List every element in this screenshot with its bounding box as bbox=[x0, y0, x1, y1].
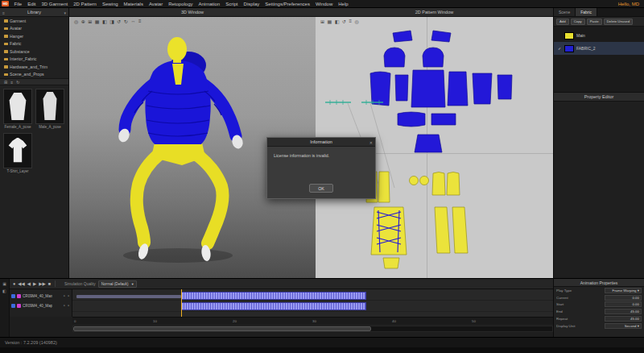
track-row-man[interactable]: CR09M4_40_Man ● ● bbox=[10, 291, 72, 301]
property-editor-header[interactable]: Property Editor bbox=[554, 93, 644, 102]
current-time-field[interactable]: 0.00 bbox=[605, 295, 642, 301]
viewport-3d-header[interactable]: 3D Window bbox=[69, 8, 316, 17]
refresh-icon[interactable]: ↻ bbox=[16, 80, 19, 85]
pattern-piece[interactable] bbox=[393, 31, 412, 42]
repeat-field[interactable]: 45.00 bbox=[605, 316, 642, 322]
pattern-list-icon[interactable]: ≡ bbox=[349, 19, 352, 24]
ok-button[interactable]: OK bbox=[309, 184, 333, 193]
dialog-titlebar[interactable]: Information ✕ bbox=[267, 138, 375, 147]
menu-item-2d-pattern[interactable]: 2D Pattern bbox=[71, 0, 100, 8]
play-button[interactable]: ▶ bbox=[33, 281, 36, 286]
track-toggle-dots[interactable]: ● ● bbox=[64, 304, 70, 307]
pattern-piece[interactable] bbox=[452, 207, 468, 253]
menu-item-window[interactable]: Window bbox=[312, 0, 335, 8]
pattern-undo-icon[interactable]: ↺ bbox=[342, 19, 346, 24]
tab-scene[interactable]: Scene bbox=[554, 8, 576, 16]
library-menu-icon[interactable]: ≡ bbox=[2, 8, 5, 17]
pattern-piece[interactable] bbox=[420, 176, 429, 185]
shade-right-icon[interactable]: ◨ bbox=[109, 19, 114, 24]
library-collapse-icon[interactable]: ▾ bbox=[64, 8, 66, 17]
timeline-scrollbar[interactable] bbox=[72, 326, 553, 332]
fabric-list-item-main[interactable]: Main bbox=[554, 29, 644, 42]
display-unit-select[interactable]: Second ▾ bbox=[605, 323, 642, 329]
render-mode-icon[interactable]: ◎ bbox=[74, 19, 78, 24]
pattern-piece[interactable] bbox=[432, 172, 445, 196]
pattern-piece[interactable] bbox=[431, 31, 451, 42]
pattern-piece[interactable] bbox=[473, 73, 492, 104]
list-view-icon[interactable]: ≡ bbox=[10, 80, 13, 85]
pan-icon[interactable]: ↔ bbox=[130, 19, 135, 24]
menu-item-avatar[interactable]: Avatar bbox=[146, 0, 165, 8]
menu-item-display[interactable]: Display bbox=[241, 0, 262, 8]
pattern-piece[interactable] bbox=[383, 258, 399, 268]
record-button[interactable]: ● bbox=[13, 281, 15, 286]
menu-item-settings[interactable]: Settings/Preferences bbox=[262, 0, 313, 8]
jacket-pattern-pieces[interactable] bbox=[370, 31, 512, 152]
skip-end-button[interactable]: ▶▶ bbox=[39, 281, 45, 286]
animation-clip-bar-short[interactable] bbox=[76, 295, 181, 298]
pattern-piece[interactable] bbox=[435, 207, 450, 253]
texture-icon[interactable]: ▦ bbox=[95, 19, 100, 24]
play-type-select[interactable]: Frame Warping ▾ bbox=[605, 288, 642, 293]
track-row-map[interactable]: CR09M4_40_Map ● ● bbox=[10, 301, 72, 310]
keyframe-clip-bar-2[interactable] bbox=[181, 302, 366, 310]
end-time-field[interactable]: 45.00 bbox=[605, 309, 642, 314]
copy-fabric-button[interactable]: Copy bbox=[571, 19, 585, 25]
menu-item-help[interactable]: Help bbox=[336, 0, 351, 8]
start-time-field[interactable]: 0.00 bbox=[605, 301, 642, 307]
timeline-ruler[interactable]: 0 10 20 30 40 50 bbox=[72, 317, 553, 324]
pattern-piece[interactable] bbox=[447, 172, 460, 196]
pattern-piece[interactable] bbox=[448, 72, 468, 106]
menu-item-retopology[interactable]: Retopology bbox=[166, 0, 196, 8]
menu-item-script[interactable]: Script bbox=[223, 0, 241, 8]
pattern-texture-icon[interactable]: ▦ bbox=[328, 19, 332, 24]
pattern-piece[interactable] bbox=[398, 112, 425, 127]
track-toggle-dots[interactable]: ● ● bbox=[64, 294, 70, 297]
pattern-piece[interactable] bbox=[411, 70, 445, 107]
keyframe-clip-bar-1[interactable] bbox=[181, 292, 366, 300]
undo-icon[interactable]: ↺ bbox=[117, 19, 121, 24]
add-icon[interactable]: ⊕ bbox=[81, 19, 85, 24]
library-thumbnail-female-pose[interactable]: Female_A_pose bbox=[3, 89, 32, 130]
pattern-grid-icon[interactable]: ⊞ bbox=[320, 19, 324, 24]
pattern-piece[interactable] bbox=[431, 114, 456, 125]
pattern-focus-icon[interactable]: ◎ bbox=[354, 19, 358, 24]
library-item-substance[interactable]: Substance bbox=[0, 48, 68, 56]
menu-item-3d-garment[interactable]: 3D Garment bbox=[39, 0, 71, 8]
viewport-2d-header[interactable]: 2D Pattern Window bbox=[316, 8, 553, 17]
stop-button[interactable]: ■ bbox=[48, 281, 51, 286]
pattern-piece[interactable] bbox=[384, 48, 405, 67]
panel-toggle-icon[interactable]: ◧ bbox=[2, 289, 6, 293]
menu-item-materials[interactable]: Materials bbox=[121, 0, 146, 8]
delete-unused-button[interactable]: Delete Unused bbox=[604, 19, 633, 25]
library-item-fabric[interactable]: Fabric bbox=[0, 40, 68, 48]
add-fabric-button[interactable]: Add bbox=[556, 19, 569, 25]
pattern-piece[interactable] bbox=[395, 75, 408, 101]
pattern-piece[interactable] bbox=[423, 48, 444, 67]
library-thumbnail-male-pose[interactable]: Male_A_pose bbox=[35, 89, 64, 130]
redo-icon[interactable]: ↻ bbox=[124, 19, 128, 24]
shade-left-icon[interactable]: ◧ bbox=[102, 19, 107, 24]
pattern-piece[interactable] bbox=[370, 72, 390, 106]
pattern-piece[interactable] bbox=[497, 75, 512, 99]
library-item-hardware-and-trim[interactable]: Hardware_and_Trim bbox=[0, 63, 68, 71]
library-item-interior-fabric[interactable]: Interior_Fabric bbox=[0, 56, 68, 64]
paste-fabric-button[interactable]: Paste bbox=[587, 19, 602, 25]
pattern-piece[interactable] bbox=[415, 135, 442, 152]
simulation-quality-select[interactable]: Normal (Default) ▾ bbox=[98, 280, 137, 288]
playhead-marker[interactable] bbox=[181, 289, 182, 317]
menu-item-file[interactable]: File bbox=[11, 0, 25, 8]
menu-item-sewing[interactable]: Sewing bbox=[99, 0, 121, 8]
tab-fabric[interactable]: Fabric bbox=[576, 8, 597, 16]
menu-item-animation[interactable]: Animation bbox=[196, 0, 223, 8]
capture-icon[interactable]: ▣ bbox=[2, 281, 6, 286]
options-icon[interactable]: ≡ bbox=[138, 19, 142, 24]
pants-right-leg[interactable] bbox=[196, 154, 222, 243]
fabric-list-item-fabric2[interactable]: ✓ FABRIC_2 bbox=[554, 42, 644, 55]
app-logo-icon[interactable]: MD bbox=[2, 1, 9, 6]
pattern-shade-icon[interactable]: ◧ bbox=[335, 19, 340, 24]
pants-pattern-pieces[interactable] bbox=[366, 172, 468, 268]
pattern-piece[interactable] bbox=[410, 176, 419, 185]
library-item-garment[interactable]: Garment bbox=[0, 17, 68, 25]
step-back-button[interactable]: ◀ bbox=[27, 281, 31, 286]
